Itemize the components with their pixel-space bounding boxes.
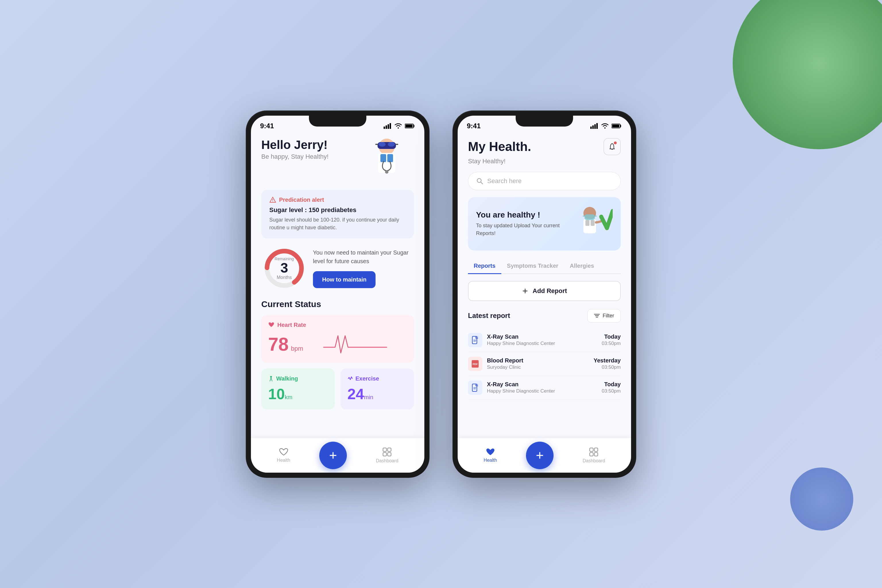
heart-rate-content: 78 bpm [268,333,407,356]
mini-stats: Walking 10km Exercise [261,369,414,410]
add-report-button[interactable]: Add Report [468,281,621,301]
report-date-2: Yesterday 03:50pm [594,357,621,370]
report-day-2: Yesterday [594,357,621,364]
report-left-2: PDF Blood Report Suryoday Clinic [468,357,523,371]
file-icon-1 [472,336,479,344]
report-date-1: Today 03:50pm [602,333,621,346]
svg-rect-15 [395,144,398,145]
report-clinic-2: Suryoday Clinic [487,364,523,370]
phone-2: 9:41 [452,111,636,478]
svg-point-12 [379,142,386,147]
alert-card: Predication alert Sugar level : 150 pred… [261,190,414,238]
bpm-display: 78 bpm [268,334,303,355]
add-report-label: Add Report [533,287,567,295]
nav-dashboard-1[interactable]: Dashboard [376,447,398,464]
donut-center: Remaining 3 Months [275,256,294,280]
dashboard-nav-label-2: Dashboard [583,458,605,464]
svg-line-36 [481,182,483,184]
nav-health-1[interactable]: Health [277,448,290,463]
blood-icon: PDF [468,357,482,371]
status-icons-1 [383,123,415,129]
svg-rect-39 [585,220,589,226]
svg-rect-64 [594,453,598,456]
plus-icon-2 [535,450,545,460]
reports-header: Latest report Filter [468,309,621,322]
doctor-avatar-1 [368,138,414,184]
report-info-1: X-Ray Scan Happy Shine Diagnostic Center [487,333,555,346]
svg-rect-30 [594,124,596,129]
svg-rect-3 [390,123,391,129]
filter-button[interactable]: Filter [587,309,621,322]
svg-rect-40 [591,220,595,226]
svg-point-18 [272,201,273,202]
healthy-doctor-figure [569,205,613,243]
svg-rect-1 [386,125,387,129]
report-item-3[interactable]: X-Ray Scan Happy Shine Diagnostic Center… [468,376,621,400]
add-fab-1[interactable] [319,442,347,469]
bg-circle-green [733,0,882,149]
exercise-label: Exercise [355,375,379,382]
bg-circle-blue [790,468,853,531]
report-left-1: X-Ray Scan Happy Shine Diagnostic Center [468,333,555,347]
health-nav-label-1: Health [277,458,290,463]
report-time-3: 03:50pm [602,388,621,394]
greeting-subtitle: Be happy, Stay Healthy! [261,153,329,160]
report-item-1[interactable]: X-Ray Scan Happy Shine Diagnostic Center… [468,328,621,352]
report-day-3: Today [602,381,621,388]
svg-rect-25 [388,448,391,452]
bpm-unit: bpm [291,345,303,352]
exercise-card: Exercise 24min [341,369,414,410]
pdf-icon: PDF [471,360,479,368]
walking-card: Walking 10km [261,369,335,410]
svg-rect-2 [388,124,389,129]
doctor-figure-1 [368,138,406,181]
maintain-button[interactable]: How to maintain [313,271,376,288]
search-icon [476,178,483,184]
report-time-2: 03:50pm [594,364,621,370]
myhealth-subtitle: Stay Healthy! [468,158,621,165]
walking-header: Walking [268,375,328,382]
health-nav-label-2: Health [484,458,497,463]
report-clinic-1: Happy Shine Diagnostic Center [487,340,555,346]
add-fab-2[interactable] [526,442,553,469]
phones-container: 9:41 [246,111,636,478]
phone-1-notch [309,116,367,126]
tab-reports[interactable]: Reports [468,258,501,274]
myhealth-header: My Health. [468,138,621,155]
svg-point-4 [398,128,399,129]
signal-icon [383,123,392,129]
xray-icon-1 [468,333,482,347]
banner-text: You are healthy ! To stay updated Upload… [476,210,569,237]
plus-icon-report [522,288,529,294]
health-nav-icon-1 [279,448,288,456]
walking-icon [268,376,274,381]
svg-rect-10 [387,154,393,162]
svg-rect-6 [406,124,413,128]
latest-report-title: Latest report [468,312,510,320]
alert-title-text: Sugar level : 150 prediabetes [269,206,406,214]
svg-rect-28 [590,126,592,129]
file-icon-2 [472,384,479,392]
greeting-hello: Hello Jerry! [261,138,329,152]
svg-rect-34 [612,124,619,128]
wifi-icon-2 [601,123,609,129]
banner-description: To stay updated Upload Your current Repo… [476,222,569,237]
notification-bell[interactable] [604,138,621,155]
nav-dashboard-2[interactable]: Dashboard [583,447,605,464]
report-info-2: Blood Report Suryoday Clinic [487,357,523,370]
current-status-title: Current Status [261,299,414,309]
svg-rect-50 [476,336,478,338]
tab-allergies[interactable]: Allergies [564,258,600,274]
dashboard-nav-label-1: Dashboard [376,458,398,464]
dashboard-nav-icon-2 [589,447,598,457]
ecg-line [303,333,407,356]
report-item-2[interactable]: PDF Blood Report Suryoday Clinic Yesterd… [468,352,621,376]
svg-rect-9 [380,154,386,162]
bottom-nav-1: Health Dashboard [251,438,424,472]
nav-health-2[interactable]: Health [484,448,497,463]
report-time-1: 03:50pm [602,340,621,346]
search-bar[interactable]: Search here [468,172,621,190]
exercise-value: 24min [347,386,373,402]
svg-point-16 [385,170,388,174]
tab-symptoms-tracker[interactable]: Symptoms Tracker [501,258,564,274]
